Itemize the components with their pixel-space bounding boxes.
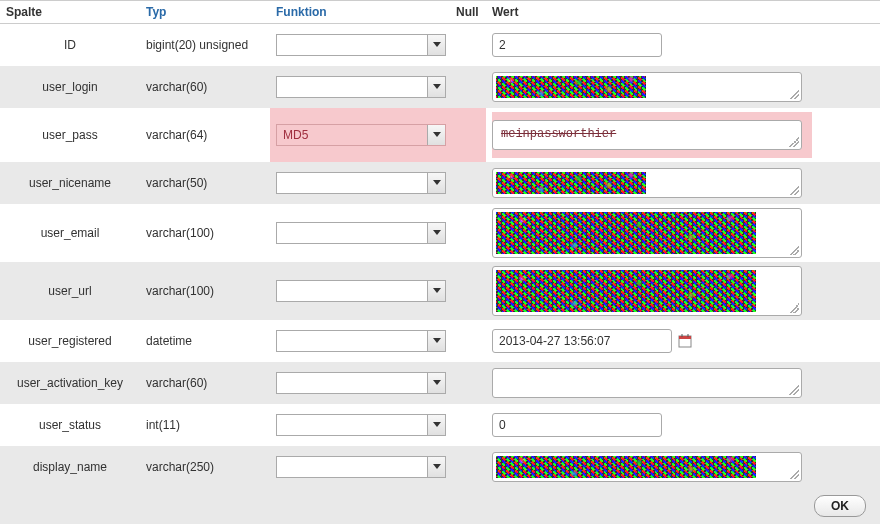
value-input[interactable] bbox=[492, 329, 672, 353]
chevron-down-icon bbox=[427, 173, 445, 193]
redaction-overlay bbox=[496, 456, 756, 478]
function-cell bbox=[270, 262, 450, 320]
column-name: user_email bbox=[0, 204, 140, 262]
resize-handle-icon[interactable] bbox=[789, 185, 799, 195]
function-select[interactable] bbox=[276, 414, 446, 436]
column-type: varchar(60) bbox=[140, 362, 270, 404]
footer-row: OK bbox=[0, 488, 880, 524]
null-cell bbox=[450, 24, 486, 66]
value-input[interactable] bbox=[492, 413, 662, 437]
null-cell bbox=[450, 404, 486, 446]
resize-handle-icon[interactable] bbox=[789, 137, 799, 147]
value-cell bbox=[486, 362, 880, 404]
table-row: user_activation_keyvarchar(60) bbox=[0, 362, 880, 404]
null-cell bbox=[450, 362, 486, 404]
column-type: varchar(50) bbox=[140, 162, 270, 204]
column-name: user_activation_key bbox=[0, 362, 140, 404]
resize-handle-icon[interactable] bbox=[789, 245, 799, 255]
header-funktion[interactable]: Funktion bbox=[270, 1, 450, 24]
column-name: user_pass bbox=[0, 108, 140, 162]
resize-handle-icon[interactable] bbox=[789, 469, 799, 479]
table-row: user_registereddatetime bbox=[0, 320, 880, 362]
value-textarea[interactable] bbox=[492, 452, 802, 482]
function-select[interactable] bbox=[276, 372, 446, 394]
column-type: varchar(100) bbox=[140, 262, 270, 320]
redaction-overlay bbox=[496, 270, 756, 312]
column-type: int(11) bbox=[140, 404, 270, 446]
column-type: bigint(20) unsigned bbox=[140, 24, 270, 66]
function-select[interactable]: MD5 bbox=[276, 124, 446, 146]
chevron-down-icon bbox=[427, 125, 445, 145]
calendar-icon[interactable] bbox=[678, 334, 692, 348]
table-row: user_loginvarchar(60) bbox=[0, 66, 880, 108]
function-cell bbox=[270, 66, 450, 108]
table-row: IDbigint(20) unsigned bbox=[0, 24, 880, 66]
value-textarea[interactable] bbox=[492, 168, 802, 198]
value-cell bbox=[486, 404, 880, 446]
value-textarea[interactable] bbox=[492, 208, 802, 258]
column-name: display_name bbox=[0, 446, 140, 488]
null-cell bbox=[450, 262, 486, 320]
chevron-down-icon bbox=[427, 457, 445, 477]
column-name: ID bbox=[0, 24, 140, 66]
value-textarea[interactable] bbox=[492, 368, 802, 398]
value-cell bbox=[486, 204, 880, 262]
function-cell bbox=[270, 24, 450, 66]
null-cell bbox=[450, 66, 486, 108]
resize-handle-icon[interactable] bbox=[789, 385, 799, 395]
column-type: varchar(100) bbox=[140, 204, 270, 262]
resize-handle-icon[interactable] bbox=[789, 303, 799, 313]
function-select[interactable] bbox=[276, 330, 446, 352]
resize-handle-icon[interactable] bbox=[789, 89, 799, 99]
value-textarea[interactable] bbox=[492, 72, 802, 102]
null-cell bbox=[450, 320, 486, 362]
function-cell bbox=[270, 320, 450, 362]
column-name: user_status bbox=[0, 404, 140, 446]
chevron-down-icon bbox=[427, 35, 445, 55]
header-typ[interactable]: Typ bbox=[140, 1, 270, 24]
function-cell bbox=[270, 162, 450, 204]
null-cell bbox=[450, 446, 486, 488]
table-row: display_namevarchar(250) bbox=[0, 446, 880, 488]
header-wert[interactable]: Wert bbox=[486, 1, 880, 24]
redaction-overlay bbox=[496, 212, 756, 254]
column-type: varchar(250) bbox=[140, 446, 270, 488]
ok-button[interactable]: OK bbox=[814, 495, 866, 517]
value-cell bbox=[486, 262, 880, 320]
function-cell bbox=[270, 204, 450, 262]
value-textarea[interactable] bbox=[492, 266, 802, 316]
chevron-down-icon bbox=[427, 77, 445, 97]
column-type: varchar(60) bbox=[140, 66, 270, 108]
chevron-down-icon bbox=[427, 281, 445, 301]
header-spalte[interactable]: Spalte bbox=[0, 1, 140, 24]
value-input[interactable] bbox=[492, 33, 662, 57]
redaction-overlay bbox=[496, 76, 646, 98]
chevron-down-icon bbox=[427, 223, 445, 243]
function-cell bbox=[270, 404, 450, 446]
null-cell bbox=[450, 162, 486, 204]
table-row: user_statusint(11) bbox=[0, 404, 880, 446]
function-select[interactable] bbox=[276, 76, 446, 98]
table-row: user_urlvarchar(100) bbox=[0, 262, 880, 320]
value-cell bbox=[486, 66, 880, 108]
function-select[interactable] bbox=[276, 222, 446, 244]
chevron-down-icon bbox=[427, 373, 445, 393]
table-row: user_emailvarchar(100) bbox=[0, 204, 880, 262]
edit-table: Spalte Typ Funktion Null Wert IDbigint(2… bbox=[0, 0, 880, 524]
column-type: varchar(64) bbox=[140, 108, 270, 162]
redaction-overlay bbox=[496, 172, 646, 194]
function-cell bbox=[270, 362, 450, 404]
header-null[interactable]: Null bbox=[450, 1, 486, 24]
null-cell bbox=[450, 108, 486, 162]
value-cell bbox=[486, 24, 880, 66]
value-cell bbox=[486, 320, 880, 362]
value-cell bbox=[486, 446, 880, 488]
function-select[interactable] bbox=[276, 456, 446, 478]
function-select[interactable] bbox=[276, 172, 446, 194]
value-textarea[interactable]: meinpassworthier bbox=[492, 120, 802, 150]
chevron-down-icon bbox=[427, 415, 445, 435]
null-cell bbox=[450, 204, 486, 262]
column-name: user_login bbox=[0, 66, 140, 108]
function-select[interactable] bbox=[276, 34, 446, 56]
function-select[interactable] bbox=[276, 280, 446, 302]
